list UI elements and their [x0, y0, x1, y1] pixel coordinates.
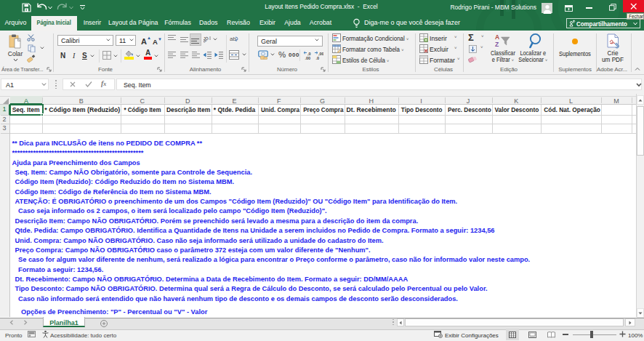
svg-text:ab: ab	[204, 35, 210, 43]
svg-text:,0: ,0	[316, 56, 320, 60]
svg-text:,00: ,00	[305, 56, 311, 60]
svg-text:A: A	[495, 33, 499, 41]
svg-text:ab: ab	[230, 36, 236, 42]
svg-text:Z: Z	[495, 41, 499, 47]
